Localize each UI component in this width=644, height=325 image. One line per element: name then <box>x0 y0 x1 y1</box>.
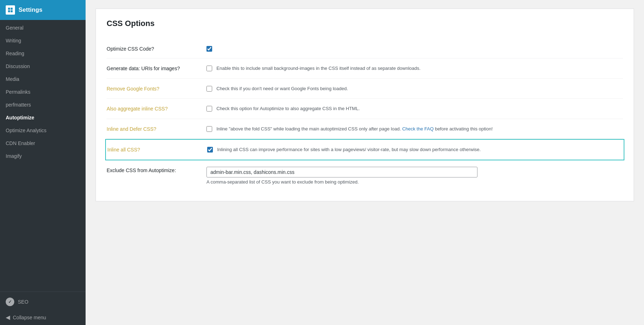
inline-all-css-checkbox-wrap <box>207 146 213 153</box>
inline-all-css-control: Inlining all CSS can improve performance… <box>207 146 622 153</box>
inline-all-css-row: Inline all CSS? Inlining all CSS can imp… <box>105 139 624 160</box>
sidebar-item-permalinks[interactable]: Permalinks <box>0 86 86 98</box>
remove-google-fonts-description: Check this if you don't need or want Goo… <box>216 85 348 92</box>
collapse-icon: ◀ <box>6 314 10 321</box>
inline-all-css-label: Inline all CSS? <box>107 146 207 153</box>
aggregate-inline-css-checkbox[interactable] <box>206 106 212 112</box>
exclude-css-label: Exclude CSS from Autoptimize: <box>107 167 206 173</box>
sidebar-nav: General Writing Reading Discussion Media… <box>0 20 86 289</box>
exclude-css-input-description: A comma-separated list of CSS you want t… <box>206 179 623 185</box>
inline-defer-css-label: Inline and Defer CSS? <box>107 125 206 132</box>
main-content: CSS Options Optimize CSS Code? Generate … <box>86 0 644 325</box>
generate-data-uris-checkbox[interactable] <box>206 66 212 71</box>
collapse-label: Collapse menu <box>13 315 46 320</box>
sidebar-divider <box>0 292 86 292</box>
aggregate-inline-css-row: Also aggregate inline CSS? Check this op… <box>107 99 623 119</box>
inline-defer-css-control: Inline "above the fold CSS" while loadin… <box>206 125 623 133</box>
aggregate-inline-css-label: Also aggregate inline CSS? <box>107 105 206 112</box>
optimize-css-checkbox[interactable] <box>206 46 212 52</box>
sidebar-item-media[interactable]: Media <box>0 73 86 86</box>
inline-defer-css-checkbox[interactable] <box>206 126 212 132</box>
sidebar-item-perfmatters[interactable]: perfmatters <box>0 98 86 111</box>
aggregate-inline-css-description: Check this option for Autoptimize to als… <box>216 105 360 112</box>
inline-all-css-description: Inlining all CSS can improve performance… <box>217 146 481 153</box>
aggregate-inline-css-control: Check this option for Autoptimize to als… <box>206 105 623 112</box>
exclude-css-input-group: A comma-separated list of CSS you want t… <box>206 167 623 185</box>
seo-label: SEO <box>18 299 29 305</box>
optimize-css-label: Optimize CSS Code? <box>107 45 206 52</box>
inline-all-css-checkbox[interactable] <box>207 147 213 153</box>
aggregate-inline-css-checkbox-wrap <box>206 105 212 112</box>
collapse-menu-button[interactable]: ◀ Collapse menu <box>0 310 86 325</box>
generate-data-uris-checkbox-wrap <box>206 65 212 71</box>
remove-google-fonts-control: Check this if you don't need or want Goo… <box>206 85 623 92</box>
remove-google-fonts-row: Remove Google Fonts? Check this if you d… <box>107 79 623 99</box>
sidebar-item-general[interactable]: General <box>0 21 86 34</box>
content-box: CSS Options Optimize CSS Code? Generate … <box>96 9 634 201</box>
generate-data-uris-control: Enable this to include small background-… <box>206 65 623 72</box>
generate-data-uris-description: Enable this to include small background-… <box>216 65 420 72</box>
optimize-css-checkbox-wrap <box>206 46 212 52</box>
sidebar-item-autoptimize[interactable]: Autoptimize <box>0 111 86 124</box>
remove-google-fonts-checkbox[interactable] <box>206 86 212 92</box>
sidebar-item-imagify[interactable]: Imagify <box>0 150 86 162</box>
generate-data-uris-row: Generate data: URIs for images? Enable t… <box>107 58 623 79</box>
exclude-css-row: Exclude CSS from Autoptimize: A comma-se… <box>107 160 623 191</box>
sidebar-item-cdn-enabler[interactable]: CDN Enabler <box>0 137 86 150</box>
sidebar-item-writing[interactable]: Writing <box>0 34 86 47</box>
sidebar-title: Settings <box>19 6 42 14</box>
svg-rect-0 <box>8 8 10 10</box>
inline-defer-css-description: Inline "above the fold CSS" while loadin… <box>216 125 493 133</box>
exclude-css-input[interactable] <box>206 167 477 177</box>
inline-defer-css-row: Inline and Defer CSS? Inline "above the … <box>107 119 623 139</box>
check-faq-link[interactable]: Check the FAQ <box>402 126 434 131</box>
sidebar-header: Settings <box>0 0 86 20</box>
wordpress-icon <box>6 5 15 15</box>
remove-google-fonts-label: Remove Google Fonts? <box>107 85 206 92</box>
svg-rect-1 <box>11 8 13 10</box>
sidebar-item-optimize-analytics[interactable]: Optimize Analytics <box>0 124 86 137</box>
svg-rect-3 <box>11 10 13 12</box>
optimize-css-row: Optimize CSS Code? <box>107 39 623 58</box>
exclude-css-control: A comma-separated list of CSS you want t… <box>206 167 623 185</box>
optimize-css-control <box>206 45 623 52</box>
svg-rect-2 <box>8 10 10 12</box>
sidebar-item-seo[interactable]: ✓ SEO <box>0 294 86 310</box>
sidebar-item-reading[interactable]: Reading <box>0 47 86 60</box>
inline-defer-css-checkbox-wrap <box>206 126 212 132</box>
seo-icon: ✓ <box>6 298 14 306</box>
generate-data-uris-label: Generate data: URIs for images? <box>107 65 206 71</box>
sidebar-item-discussion[interactable]: Discussion <box>0 60 86 73</box>
remove-google-fonts-checkbox-wrap <box>206 86 212 92</box>
sidebar: Settings General Writing Reading Discuss… <box>0 0 86 325</box>
page-title: CSS Options <box>107 19 623 28</box>
